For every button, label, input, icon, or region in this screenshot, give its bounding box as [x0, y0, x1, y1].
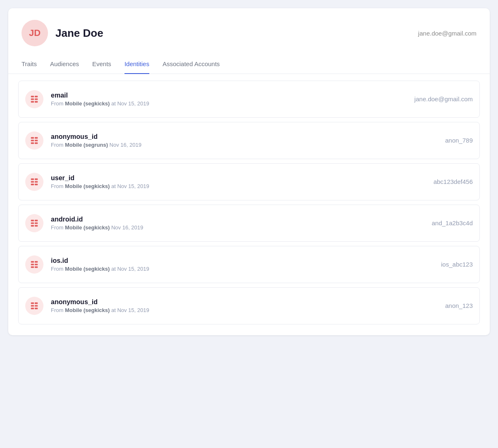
- identity-icon: [25, 214, 43, 232]
- identity-label: email: [51, 92, 149, 99]
- identity-card-left: android.id From Mobile (segkicks) Nov 16…: [25, 214, 143, 232]
- svg-rect-8: [31, 140, 34, 141]
- identity-info: ios.id From Mobile (segkicks) at Nov 15,…: [51, 257, 149, 272]
- svg-rect-20: [31, 222, 34, 224]
- svg-rect-7: [35, 137, 38, 138]
- identity-source: From Mobile (segkicks) at Nov 15, 2019: [51, 100, 149, 107]
- table-icon: [30, 260, 39, 269]
- identity-card: anonymous_id From Mobile (segkicks) at N…: [18, 287, 480, 324]
- identity-card-left: email From Mobile (segkicks) at Nov 15, …: [25, 90, 149, 108]
- identity-card-left: anonymous_id From Mobile (segkicks) at N…: [25, 297, 149, 315]
- svg-rect-23: [35, 225, 38, 226]
- svg-rect-27: [35, 264, 38, 265]
- table-icon: [30, 95, 39, 104]
- svg-rect-25: [35, 261, 38, 262]
- svg-rect-21: [35, 222, 38, 224]
- identity-source: From Mobile (segkicks) at Nov 15, 2019: [51, 266, 149, 272]
- identity-source: From Mobile (segkicks) at Nov 15, 2019: [51, 307, 149, 313]
- svg-rect-3: [35, 98, 38, 100]
- identity-card: user_id From Mobile (segkicks) at Nov 15…: [18, 163, 480, 200]
- identity-label: anonymous_id: [51, 133, 141, 141]
- identity-source: From Mobile (segkicks) Nov 16, 2019: [51, 224, 143, 231]
- identity-value: anon_789: [445, 137, 473, 144]
- tab-traits[interactable]: Traits: [22, 60, 37, 74]
- svg-rect-31: [35, 302, 38, 304]
- identity-source: From Mobile (segruns) Nov 16, 2019: [51, 142, 141, 148]
- tab-identities[interactable]: Identities: [124, 60, 149, 74]
- svg-rect-0: [31, 95, 34, 97]
- svg-rect-18: [31, 219, 34, 221]
- svg-rect-19: [35, 219, 38, 221]
- tab-audiences[interactable]: Audiences: [50, 60, 79, 74]
- identity-card: android.id From Mobile (segkicks) Nov 16…: [18, 205, 480, 242]
- avatar: JD: [22, 20, 48, 46]
- identity-value: abc123def456: [433, 178, 473, 185]
- identity-source: From Mobile (segkicks) at Nov 15, 2019: [51, 183, 149, 189]
- identity-source-name: Mobile (segruns): [65, 142, 108, 148]
- identity-source-name: Mobile (segkicks): [65, 100, 110, 107]
- identity-card: ios.id From Mobile (segkicks) at Nov 15,…: [18, 246, 480, 283]
- user-name: Jane Doe: [55, 27, 103, 40]
- identity-label: user_id: [51, 174, 149, 182]
- identity-info: anonymous_id From Mobile (segkicks) at N…: [51, 298, 149, 313]
- header-left: JD Jane Doe: [22, 20, 103, 46]
- svg-rect-30: [31, 302, 34, 304]
- identity-source-name: Mobile (segkicks): [65, 307, 110, 313]
- svg-rect-17: [35, 183, 38, 185]
- identity-label: anonymous_id: [51, 298, 149, 306]
- svg-rect-9: [35, 140, 38, 141]
- tab-associated-accounts[interactable]: Associated Accounts: [163, 60, 220, 74]
- identity-value: jane.doe@gmail.com: [414, 95, 473, 102]
- svg-rect-32: [31, 305, 34, 307]
- svg-rect-33: [35, 305, 38, 307]
- header: JD Jane Doe jane.doe@gmail.com: [8, 8, 490, 46]
- svg-rect-35: [35, 307, 38, 309]
- identity-value: ios_abc123: [441, 261, 473, 268]
- svg-rect-22: [31, 225, 34, 226]
- table-icon: [30, 301, 39, 310]
- identity-source-name: Mobile (segkicks): [65, 183, 110, 189]
- identity-card-left: user_id From Mobile (segkicks) at Nov 15…: [25, 173, 149, 191]
- identity-label: android.id: [51, 216, 143, 223]
- identity-info: user_id From Mobile (segkicks) at Nov 15…: [51, 174, 149, 189]
- svg-rect-6: [31, 137, 34, 138]
- svg-rect-14: [31, 181, 34, 183]
- tab-events[interactable]: Events: [92, 60, 111, 74]
- page-container: JD Jane Doe jane.doe@gmail.com Traits Au…: [8, 8, 490, 335]
- svg-rect-28: [31, 266, 34, 268]
- svg-rect-1: [35, 95, 38, 97]
- svg-rect-2: [31, 98, 34, 100]
- identity-card: anonymous_id From Mobile (segruns) Nov 1…: [18, 122, 480, 159]
- identity-icon: [25, 255, 43, 274]
- identity-source-name: Mobile (segkicks): [65, 266, 110, 272]
- svg-rect-24: [31, 261, 34, 262]
- identity-value: and_1a2b3c4d: [432, 219, 473, 226]
- svg-rect-29: [35, 266, 38, 268]
- identity-icon: [25, 173, 43, 191]
- identity-card-left: anonymous_id From Mobile (segruns) Nov 1…: [25, 131, 141, 150]
- svg-rect-16: [31, 183, 34, 185]
- svg-rect-34: [31, 307, 34, 309]
- identity-icon: [25, 131, 43, 150]
- tabs-nav: Traits Audiences Events Identities Assoc…: [8, 52, 490, 74]
- svg-rect-13: [35, 178, 38, 180]
- table-icon: [30, 219, 39, 228]
- table-icon: [30, 177, 39, 186]
- user-email-header: jane.doe@gmail.com: [418, 30, 476, 37]
- svg-rect-5: [35, 101, 38, 102]
- svg-rect-11: [35, 142, 38, 144]
- table-icon: [30, 136, 39, 145]
- identity-info: email From Mobile (segkicks) at Nov 15, …: [51, 92, 149, 107]
- identity-card-left: ios.id From Mobile (segkicks) at Nov 15,…: [25, 255, 149, 274]
- svg-rect-12: [31, 178, 34, 180]
- svg-rect-26: [31, 264, 34, 265]
- identity-icon: [25, 297, 43, 315]
- identity-value: anon_123: [445, 302, 473, 309]
- svg-rect-4: [31, 101, 34, 102]
- svg-rect-15: [35, 181, 38, 183]
- svg-rect-10: [31, 142, 34, 144]
- identity-info: anonymous_id From Mobile (segruns) Nov 1…: [51, 133, 141, 148]
- identity-label: ios.id: [51, 257, 149, 265]
- identity-info: android.id From Mobile (segkicks) Nov 16…: [51, 216, 143, 231]
- identity-card: email From Mobile (segkicks) at Nov 15, …: [18, 81, 480, 118]
